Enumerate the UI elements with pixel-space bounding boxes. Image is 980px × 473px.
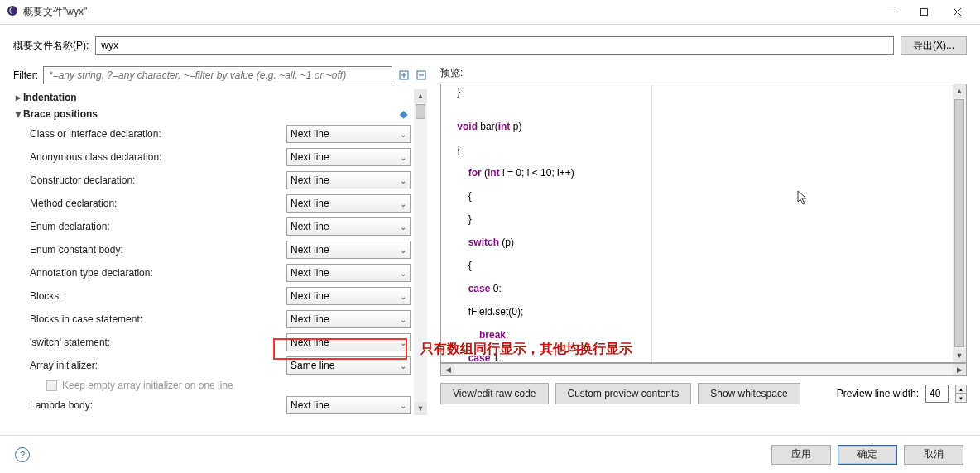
linewidth-spinner[interactable]: ▲▼ <box>955 385 967 403</box>
option-class-decl: Class or interface declaration:Next line… <box>13 122 411 146</box>
expand-all-icon[interactable] <box>397 69 410 82</box>
profile-name-label: 概要文件名称(P): <box>13 39 89 53</box>
select-switch[interactable]: Next line⌄ <box>286 333 411 351</box>
cursor-icon <box>797 190 809 208</box>
select-lambda[interactable]: Next line⌄ <box>286 396 411 414</box>
apply-button[interactable]: 应用 <box>771 445 831 465</box>
modified-icon: ◆ <box>400 108 411 120</box>
select-constructor[interactable]: Next line⌄ <box>286 171 411 189</box>
select-array-init[interactable]: Same line⌄ <box>286 356 411 375</box>
help-icon[interactable]: ? <box>15 447 30 462</box>
preview-label: 预览: <box>440 66 967 80</box>
eclipse-icon <box>7 5 18 19</box>
preview-pane: } void bar(int p) { for (int i = 0; i < … <box>440 84 967 363</box>
close-button[interactable] <box>940 1 973 24</box>
custom-contents-button[interactable]: Custom preview contents <box>555 383 692 404</box>
options-tree[interactable]: ▲▼ ▸Indentation ▾Brace positions◆ Class … <box>13 89 427 415</box>
profile-name-input[interactable] <box>95 36 894 55</box>
option-enum-const: Enum constant body:Next line⌄ <box>13 238 411 261</box>
select-anon-class[interactable]: Next line⌄ <box>286 148 411 166</box>
option-lambda: Lambda body:Next line⌄ <box>13 394 411 415</box>
option-array-init: Array initializer:Same line⌄ <box>13 354 411 377</box>
filter-label: Filter: <box>13 69 38 81</box>
filter-input[interactable] <box>43 66 392 84</box>
select-annot-type[interactable]: Next line⌄ <box>286 264 411 282</box>
export-button[interactable]: 导出(X)... <box>901 36 967 55</box>
tree-scrollbar[interactable]: ▲▼ <box>414 89 427 415</box>
annotation-text: 只有数组同行显示，其他均换行显示 <box>420 341 632 358</box>
option-annot-type: Annotation type declaration:Next line⌄ <box>13 261 411 284</box>
option-blocks: Blocks:Next line⌄ <box>13 284 411 308</box>
view-raw-button[interactable]: View/edit raw code <box>440 383 549 404</box>
section-brace-positions[interactable]: ▾Brace positions◆ <box>13 106 411 122</box>
collapse-all-icon[interactable] <box>415 69 427 82</box>
ok-button[interactable]: 确定 <box>838 445 897 465</box>
svg-point-2 <box>11 7 17 14</box>
select-blocks-case[interactable]: Next line⌄ <box>286 310 411 328</box>
select-enum-decl[interactable]: Next line⌄ <box>286 217 411 236</box>
maximize-button[interactable] <box>907 1 940 24</box>
preview-vscroll[interactable]: ▲▼ <box>953 84 966 362</box>
option-keep-empty[interactable]: Keep empty array initializer on one line <box>13 377 411 394</box>
option-blocks-case: Blocks in case statement:Next line⌄ <box>13 308 411 331</box>
window-title: 概要文件"wyx" <box>23 5 874 19</box>
option-constructor: Constructor declaration:Next line⌄ <box>13 169 411 192</box>
minimize-button[interactable] <box>874 1 907 24</box>
cancel-button[interactable]: 取消 <box>904 445 963 465</box>
linewidth-input[interactable] <box>925 385 949 403</box>
select-class-decl[interactable]: Next line⌄ <box>286 125 411 143</box>
linewidth-label: Preview line width: <box>837 388 919 399</box>
section-indentation[interactable]: ▸Indentation <box>13 89 411 106</box>
option-switch: 'switch' statement:Next line⌄ <box>13 331 411 354</box>
show-whitespace-button[interactable]: Show whitespace <box>698 383 800 404</box>
checkbox-icon <box>46 380 57 391</box>
select-method[interactable]: Next line⌄ <box>286 194 411 213</box>
option-enum-decl: Enum declaration:Next line⌄ <box>13 215 411 238</box>
option-anon-class: Anonymous class declaration:Next line⌄ <box>13 146 411 169</box>
svg-rect-4 <box>920 9 927 16</box>
preview-hscroll[interactable]: ◀▶ <box>440 363 967 376</box>
select-enum-const[interactable]: Next line⌄ <box>286 241 411 259</box>
select-blocks[interactable]: Next line⌄ <box>286 287 411 305</box>
code-preview: } void bar(int p) { for (int i = 0; i < … <box>441 84 651 362</box>
option-method: Method declaration:Next line⌄ <box>13 192 411 215</box>
